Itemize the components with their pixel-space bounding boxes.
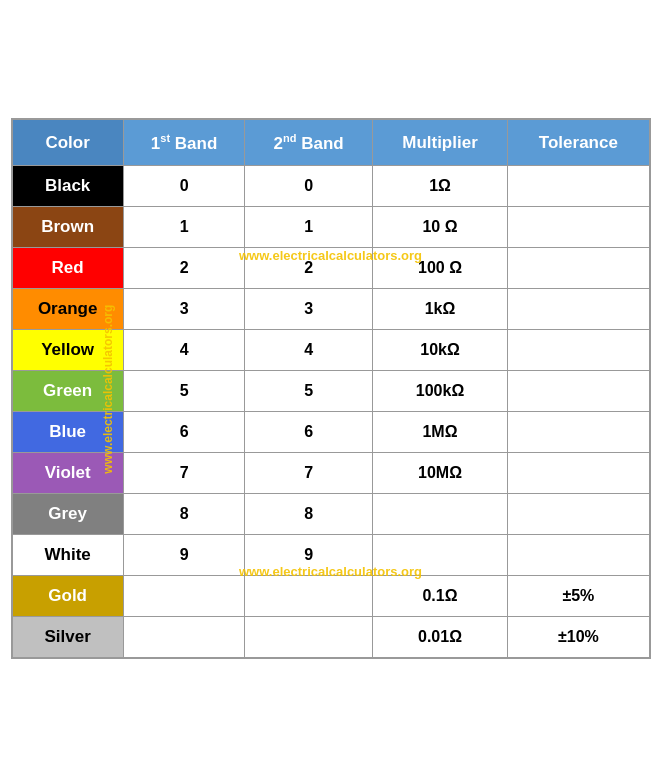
table-row: Blue661MΩ [12, 412, 650, 453]
color-cell-red: Red [12, 248, 124, 289]
header-multiplier: Multiplier [372, 119, 508, 166]
table-row: Gold0.1Ω±5% [12, 576, 650, 617]
header-band1: 1st Band [123, 119, 245, 166]
band1-cell-brown: 1 [123, 207, 245, 248]
table-row: Grey88 [12, 494, 650, 535]
multiplier-cell-white [372, 535, 508, 576]
multiplier-cell-grey [372, 494, 508, 535]
header-tolerance: Tolerance [508, 119, 650, 166]
color-cell-white: White [12, 535, 124, 576]
band1-cell-orange: 3 [123, 289, 245, 330]
band2-cell-yellow: 4 [245, 330, 372, 371]
table-row: Silver0.01Ω±10% [12, 617, 650, 659]
band1-cell-green: 5 [123, 371, 245, 412]
band1-cell-silver [123, 617, 245, 659]
band1-cell-red: 2 [123, 248, 245, 289]
tolerance-cell-red [508, 248, 650, 289]
tolerance-cell-brown [508, 207, 650, 248]
band1-cell-white: 9 [123, 535, 245, 576]
band2-cell-white: 9 [245, 535, 372, 576]
band2-cell-black: 0 [245, 166, 372, 207]
multiplier-cell-gold: 0.1Ω [372, 576, 508, 617]
band1-cell-grey: 8 [123, 494, 245, 535]
multiplier-cell-black: 1Ω [372, 166, 508, 207]
table-row: Yellow4410kΩ [12, 330, 650, 371]
color-cell-gold: Gold [12, 576, 124, 617]
band2-cell-orange: 3 [245, 289, 372, 330]
table-row: Violet7710MΩ [12, 453, 650, 494]
color-cell-yellow: Yellow [12, 330, 124, 371]
color-cell-silver: Silver [12, 617, 124, 659]
color-cell-grey: Grey [12, 494, 124, 535]
color-cell-green: Green [12, 371, 124, 412]
multiplier-cell-violet: 10MΩ [372, 453, 508, 494]
tolerance-cell-yellow [508, 330, 650, 371]
tolerance-cell-black [508, 166, 650, 207]
band2-cell-blue: 6 [245, 412, 372, 453]
band1-cell-violet: 7 [123, 453, 245, 494]
color-table: Color 1st Band 2nd Band Multiplier Toler… [11, 118, 651, 660]
color-cell-black: Black [12, 166, 124, 207]
band2-cell-brown: 1 [245, 207, 372, 248]
multiplier-cell-orange: 1kΩ [372, 289, 508, 330]
table-row: Black001Ω [12, 166, 650, 207]
tolerance-cell-green [508, 371, 650, 412]
header-band2: 2nd Band [245, 119, 372, 166]
color-cell-violet: Violet [12, 453, 124, 494]
band2-cell-gold [245, 576, 372, 617]
band2-cell-grey: 8 [245, 494, 372, 535]
band1-cell-black: 0 [123, 166, 245, 207]
band1-cell-yellow: 4 [123, 330, 245, 371]
multiplier-cell-blue: 1MΩ [372, 412, 508, 453]
band2-cell-silver [245, 617, 372, 659]
multiplier-cell-yellow: 10kΩ [372, 330, 508, 371]
band2-cell-red: 2 [245, 248, 372, 289]
color-cell-orange: Orange [12, 289, 124, 330]
tolerance-cell-orange [508, 289, 650, 330]
color-cell-brown: Brown [12, 207, 124, 248]
header-color: Color [12, 119, 124, 166]
band2-cell-violet: 7 [245, 453, 372, 494]
table-row: Green55100kΩ [12, 371, 650, 412]
tolerance-cell-silver: ±10% [508, 617, 650, 659]
band2-cell-green: 5 [245, 371, 372, 412]
multiplier-cell-silver: 0.01Ω [372, 617, 508, 659]
color-cell-blue: Blue [12, 412, 124, 453]
tolerance-cell-gold: ±5% [508, 576, 650, 617]
table-row: Orange331kΩ [12, 289, 650, 330]
table-row: White99 [12, 535, 650, 576]
table-row: Red22100 Ω [12, 248, 650, 289]
tolerance-cell-blue [508, 412, 650, 453]
tolerance-cell-white [508, 535, 650, 576]
table-header-row: Color 1st Band 2nd Band Multiplier Toler… [12, 119, 650, 166]
multiplier-cell-brown: 10 Ω [372, 207, 508, 248]
tolerance-cell-violet [508, 453, 650, 494]
tolerance-cell-grey [508, 494, 650, 535]
table-row: Brown1110 Ω [12, 207, 650, 248]
band1-cell-blue: 6 [123, 412, 245, 453]
multiplier-cell-green: 100kΩ [372, 371, 508, 412]
multiplier-cell-red: 100 Ω [372, 248, 508, 289]
resistor-color-code-table: www.electricalcalculators.org www.electr… [11, 118, 651, 660]
band1-cell-gold [123, 576, 245, 617]
